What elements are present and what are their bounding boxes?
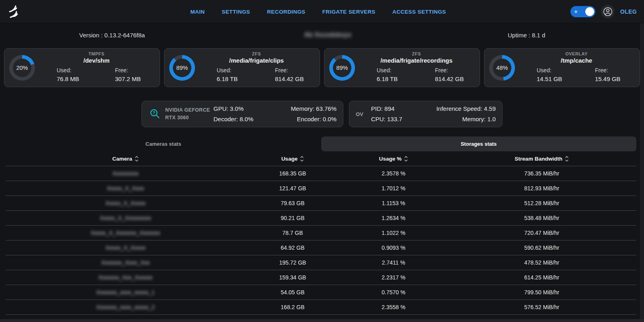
free-label: Free:	[416, 66, 475, 75]
fs-path-label: /media/frigate/clips	[198, 57, 315, 64]
table-row[interactable]: Xxxxx_X_Xxxxx 79.63 GB 1.1153 % 512.28 M…	[6, 196, 636, 210]
used-label: Used:	[518, 66, 576, 75]
gpu-encoder-stat: Encoder: 0.0%	[291, 114, 336, 124]
usage-cell: 159.34 GB	[245, 274, 340, 281]
nav-item-settings[interactable]: SETTINGS	[222, 9, 250, 15]
usage-pct-cell: 2.2317 %	[340, 274, 447, 281]
free-value: 307.2 MB	[96, 75, 155, 84]
column-header-usage[interactable]: Usage	[245, 156, 340, 162]
usage-pct-cell: 2.7411 %	[340, 259, 447, 266]
storages-stats-table: Camera Usage Usage % Stream Bandwidth Xx…	[6, 151, 636, 315]
frigate-logo-icon[interactable]	[6, 3, 24, 21]
column-header-camera[interactable]: Camera	[6, 156, 245, 162]
svg-text:?: ?	[153, 111, 155, 115]
table-header-row: Camera Usage Usage % Stream Bandwidth	[6, 151, 636, 166]
nav-item-main[interactable]: MAIN	[190, 9, 205, 15]
detector-memory-stat: Memory: 1.0	[436, 114, 496, 124]
stats-tabs: Cameras stats Storages stats	[6, 137, 636, 151]
camera-name-blurred: Xxxxx_X_Xxxxxxxxx	[6, 215, 245, 221]
fs-path-label: /media/frigate/recordings	[358, 57, 475, 64]
usage-pct-cell: 2.3578 %	[340, 170, 447, 177]
storage-card-tmp-cache: 48% OVERLAY /tmp/cache Used: Free: 14.51…	[484, 48, 640, 87]
fs-path-label: /dev/shm	[38, 57, 155, 64]
gpu-decoder-stat: Decoder: 8.0%	[213, 114, 253, 124]
camera-name-blurred: Xxxxx_X_Xxxxxxx_Xxxxxxx	[6, 230, 245, 236]
usage-pct-cell: 1.1022 %	[340, 230, 447, 236]
frigate-dashboard-page: MAIN SETTINGS RECORDINGS FRIGATE SERVERS…	[0, 0, 644, 322]
bandwidth-cell: 512.28 MiB/hr	[447, 200, 636, 206]
server-title-blurred: Ab Xxvxdxkxyx	[304, 31, 351, 39]
column-header-bandwidth[interactable]: Stream Bandwidth	[447, 156, 636, 162]
bottom-edge-strip	[0, 319, 644, 322]
camera-name-blurred: Xxxxx_X_Xxxxx	[6, 200, 245, 206]
table-row[interactable]: Xxxxx_X_Xxxxxxxxx 90.21 GB 1.2634 % 538.…	[6, 210, 636, 225]
storage-card-recordings: 89% ZFS /media/frigate/recordings Used: …	[324, 48, 480, 87]
nav-item-frigate-servers[interactable]: FRIGATE SERVERS	[322, 9, 375, 15]
bandwidth-cell: 799.50 MiB/hr	[447, 289, 636, 296]
table-row[interactable]: Xxxxxxx_xxxx_xxxxx_1 54.05 GB 0.7570 % 7…	[6, 285, 636, 300]
sort-icon[interactable]	[135, 156, 139, 162]
bandwidth-cell: 538.48 MiB/hr	[447, 215, 636, 221]
sun-icon: ☀	[574, 9, 578, 15]
detector-label: OV	[356, 111, 371, 117]
username-label[interactable]: OLEG	[620, 8, 637, 15]
usage-pct-cell: 2.3558 %	[340, 304, 447, 310]
free-value: 814.42 GB	[416, 75, 475, 84]
table-row[interactable]: Xxxxxxx_xxxx_xxxxx_2 168.2 GB 2.3558 % 5…	[6, 300, 636, 314]
tab-storages-stats[interactable]: Storages stats	[321, 137, 637, 151]
storage-cards-row: 20% TMPFS /dev/shm Used: Free: 76.8 MB 3…	[4, 48, 640, 87]
toggle-knob[interactable]	[585, 7, 594, 16]
usage-cell: 90.21 GB	[245, 215, 340, 221]
bandwidth-cell: 736.35 MiB/hr	[447, 170, 636, 177]
sort-icon[interactable]	[300, 156, 304, 162]
storage-card-clips: 89% ZFS /media/frigate/clips Used: Free:…	[164, 48, 320, 87]
gpu-inspect-icon: ?	[148, 108, 162, 120]
usage-cell: 195.72 GB	[245, 259, 340, 266]
column-header-usage-pct[interactable]: Usage %	[340, 156, 447, 162]
sort-icon[interactable]	[565, 156, 569, 162]
bandwidth-cell: 614.25 MiB/hr	[447, 274, 636, 281]
sort-icon[interactable]	[404, 156, 408, 162]
gpu-name-line1: NVIDIA GEFORCE	[165, 106, 213, 114]
table-row[interactable]: Xxxxx_X_Xxxxx 64.92 GB 0.9093 % 590.62 M…	[6, 240, 636, 255]
user-avatar[interactable]	[601, 5, 615, 18]
table-row[interactable]: Xxxxxxx_Xxxx_Xxx 195.72 GB 2.7411 % 478.…	[6, 255, 636, 270]
nav-item-recordings[interactable]: RECORDINGS	[267, 9, 306, 15]
uptime-label: Uptime : 8.1 d	[508, 32, 545, 39]
table-row[interactable]: Xxxxx_X_Xxxx 121.47 GB 1.7012 % 812.93 M…	[6, 181, 636, 196]
gpu-card: ? NVIDIA GEFORCE RTX 3060 GPU: 3.0% Deco…	[142, 101, 343, 127]
donut-percent-label: 48%	[489, 55, 515, 81]
storage-card-dev-shm: 20% TMPFS /dev/shm Used: Free: 76.8 MB 3…	[4, 48, 160, 87]
table-row[interactable]: Xxxxxxxxx 168.35 GB 2.3578 % 736.35 MiB/…	[6, 166, 636, 181]
theme-toggle[interactable]: ☀	[570, 6, 595, 17]
fs-type-label: ZFS	[198, 51, 315, 56]
usage-cell: 121.47 GB	[245, 185, 340, 192]
detector-pid-stat: PID: 894	[371, 104, 402, 114]
camera-name-blurred: Xxxxx_X_Xxxxx	[6, 245, 245, 251]
usage-cell: 54.05 GB	[245, 289, 340, 296]
gpu-usage-stat: GPU: 3.0%	[213, 104, 253, 114]
free-label: Free:	[256, 66, 315, 75]
detector-inference-stat: Inference Speed: 4.59	[436, 104, 496, 114]
tab-cameras-stats[interactable]: Cameras stats	[6, 137, 321, 151]
usage-cell: 168.35 GB	[245, 170, 340, 177]
table-row[interactable]: Xxxxx_X_Xxxxxxx_Xxxxxxx 78.7 GB 1.1022 %…	[6, 225, 636, 240]
used-value: 6.18 TB	[358, 75, 416, 84]
fs-path-label: /tmp/cache	[518, 57, 635, 64]
fs-type-label: ZFS	[358, 51, 475, 56]
usage-pct-cell: 0.7570 %	[340, 289, 447, 296]
gpu-name: NVIDIA GEFORCE RTX 3060	[162, 106, 213, 122]
nav-item-access-settings[interactable]: ACCESS SETTINGS	[392, 9, 446, 15]
hardware-cards-row: ? NVIDIA GEFORCE RTX 3060 GPU: 3.0% Deco…	[0, 101, 644, 127]
bandwidth-cell: 590.62 MiB/hr	[447, 245, 636, 251]
usage-cell: 64.92 GB	[245, 245, 340, 251]
donut-percent-label: 89%	[169, 55, 195, 81]
column-label: Usage	[281, 156, 298, 162]
detector-card: OV PID: 894 CPU: 133.7 Inference Speed: …	[349, 101, 502, 127]
gpu-memory-stat: Memory: 63.76%	[291, 104, 336, 114]
vertical-scrollbar[interactable]	[640, 23, 644, 322]
detector-cpu-stat: CPU: 133.7	[371, 114, 402, 124]
table-row[interactable]: Xxxxxxx_Xxx_Xxxxxx 159.34 GB 2.2317 % 61…	[6, 270, 636, 285]
bandwidth-cell: 812.93 MiB/hr	[447, 185, 636, 192]
camera-name-blurred: Xxxxxxx_xxxx_xxxxx_2	[6, 304, 245, 310]
